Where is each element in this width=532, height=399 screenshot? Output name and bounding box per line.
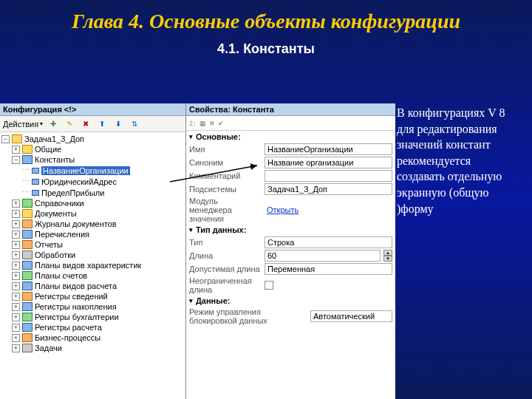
property-row: Режим управления блокировкой данныхАвтом…	[186, 307, 395, 326]
cancel-icon[interactable]: ✖	[209, 120, 215, 127]
slide-subtitle: 4.1. Константы	[0, 41, 532, 57]
group-icon	[22, 302, 33, 311]
property-row: Модуль менеджера значенияОткрыть	[186, 196, 395, 224]
expand-icon[interactable]: +	[12, 146, 20, 154]
tree-group[interactable]: +Регистры накопления	[1, 301, 184, 312]
tree-group[interactable]: +Справочники	[1, 198, 184, 208]
tree-group[interactable]: +Регистры сведений	[1, 291, 184, 301]
property-label: Режим управления блокировкой данных	[189, 307, 307, 325]
expand-icon[interactable]: +	[12, 241, 20, 249]
delete-icon[interactable]: ✖	[80, 118, 92, 130]
tree-item[interactable]: ⋯ЮридическийАдрес	[1, 176, 184, 187]
property-input[interactable]: Строка	[265, 236, 392, 248]
group-icon	[22, 313, 33, 321]
slide-body-text: В конфигурациях V 8 для редактирования з…	[397, 105, 519, 216]
property-label: Неограниченная длина	[189, 276, 262, 294]
filter-icon[interactable]: ▦	[200, 120, 206, 127]
sort-icon[interactable]: ⇅	[129, 118, 140, 130]
section-header[interactable]: Данные:	[186, 295, 395, 307]
group-icon	[22, 292, 33, 301]
tree-group[interactable]: +Документы	[1, 208, 184, 219]
property-row: Комментарий	[186, 169, 395, 183]
screenshot-panels: Конфигурация <!> Действия▾ ✚ ✎ ✖ ⬆ ⬇ ⇅ −…	[0, 103, 395, 399]
property-input[interactable]	[265, 170, 392, 182]
expand-icon[interactable]: +	[12, 231, 20, 239]
tree-group[interactable]: +Планы видов расчета	[1, 281, 184, 291]
expand-icon[interactable]: +	[12, 220, 20, 228]
property-label: Допустимая длина	[189, 265, 262, 273]
expand-icon[interactable]: +	[12, 334, 20, 342]
property-label: Модуль менеджера значения	[189, 197, 262, 223]
tree-item[interactable]: ⋯НазваниеОрганизации	[1, 165, 184, 176]
tree-group[interactable]: −Константы	[1, 154, 184, 165]
property-checkbox[interactable]	[265, 281, 273, 290]
item-icon	[32, 179, 39, 185]
group-icon	[22, 344, 33, 352]
expand-icon[interactable]: +	[12, 200, 20, 208]
tree-group[interactable]: +Планы счетов	[1, 270, 184, 281]
group-icon	[22, 250, 33, 259]
tree-group[interactable]: +Планы видов характеристик	[1, 260, 184, 270]
property-input[interactable]: 60	[265, 250, 381, 262]
property-label: Синоним	[189, 158, 262, 167]
group-icon	[22, 155, 33, 164]
expand-icon[interactable]: +	[12, 210, 20, 218]
item-icon	[32, 190, 39, 196]
expand-icon[interactable]: +	[12, 262, 20, 270]
tree-group[interactable]: +Регистры расчета	[1, 322, 184, 332]
add-icon[interactable]: ✚	[47, 118, 59, 130]
check-icon[interactable]: ✔	[218, 120, 224, 127]
tree-connector: ⋯	[22, 166, 30, 175]
up-icon[interactable]: ⬆	[96, 118, 108, 130]
property-input[interactable]: Название организации	[265, 157, 392, 168]
tree-connector: ⋯	[22, 177, 30, 186]
group-icon	[22, 240, 33, 249]
property-row: ИмяНазваниеОрганизации	[186, 143, 395, 156]
down-icon[interactable]: ⬇	[112, 118, 124, 130]
tree-root[interactable]: −Задача1_3_Доп	[1, 134, 184, 144]
property-label: Длина	[189, 251, 262, 260]
property-link[interactable]: Открыть	[265, 204, 392, 216]
tree-group[interactable]: +Отчеты	[1, 239, 184, 250]
property-input[interactable]: НазваниеОрганизации	[265, 143, 392, 155]
expand-icon[interactable]: +	[12, 293, 20, 301]
property-label: Комментарий	[189, 171, 262, 180]
config-tree-panel: Конфигурация <!> Действия▾ ✚ ✎ ✖ ⬆ ⬇ ⇅ −…	[0, 103, 186, 399]
expand-icon[interactable]: +	[12, 303, 20, 311]
properties-title: Свойства: Константа	[186, 103, 395, 116]
property-row: ПодсистемыЗадача1_3_Доп	[186, 183, 395, 196]
property-input[interactable]: Переменная	[265, 263, 392, 275]
property-input[interactable]: Автоматический	[310, 310, 392, 322]
actions-menu[interactable]: Действия▾	[3, 120, 43, 129]
group-icon	[22, 145, 33, 154]
spinner-icon[interactable]: ▲▼	[383, 250, 392, 262]
tree-group[interactable]: +Регистры бухгалтерии	[1, 312, 184, 322]
section-header[interactable]: Основные:	[186, 131, 395, 143]
edit-icon[interactable]: ✎	[64, 118, 75, 130]
tree-group[interactable]: +Журналы документов	[1, 219, 184, 229]
tree-group[interactable]: +Общие	[1, 144, 184, 154]
expand-icon[interactable]: +	[12, 272, 20, 280]
tree-group[interactable]: +Обработки	[1, 250, 184, 260]
property-row: Длина60▲▼	[186, 249, 395, 262]
sort-btn-icon[interactable]: 2↓	[189, 120, 197, 127]
expand-icon[interactable]: +	[12, 324, 20, 332]
properties-toolbar: 2↓ ▦ ✖ ✔	[186, 116, 395, 131]
property-label: Имя	[189, 145, 262, 154]
config-tree[interactable]: −Задача1_3_Доп+Общие−Константы⋯НазваниеО…	[0, 132, 185, 399]
expand-icon[interactable]: −	[12, 156, 20, 164]
tree-group[interactable]: +Бизнес-процессы	[1, 332, 184, 343]
tree-group[interactable]: +Задачи	[1, 343, 184, 353]
property-label: Тип	[189, 238, 262, 247]
expand-icon[interactable]: +	[12, 251, 20, 259]
section-header[interactable]: Тип данных:	[186, 224, 395, 236]
properties-panel: Свойства: Константа 2↓ ▦ ✖ ✔ Основные:Им…	[186, 103, 395, 399]
property-input[interactable]: Задача1_3_Доп	[265, 183, 392, 195]
expand-icon[interactable]: +	[12, 282, 20, 290]
tree-item[interactable]: ⋯ПределПрибыли	[1, 187, 184, 198]
tree-group[interactable]: +Перечисления	[1, 229, 184, 239]
group-icon	[22, 271, 33, 280]
expand-icon[interactable]: −	[1, 135, 10, 143]
expand-icon[interactable]: +	[12, 344, 20, 352]
expand-icon[interactable]: +	[12, 313, 20, 321]
